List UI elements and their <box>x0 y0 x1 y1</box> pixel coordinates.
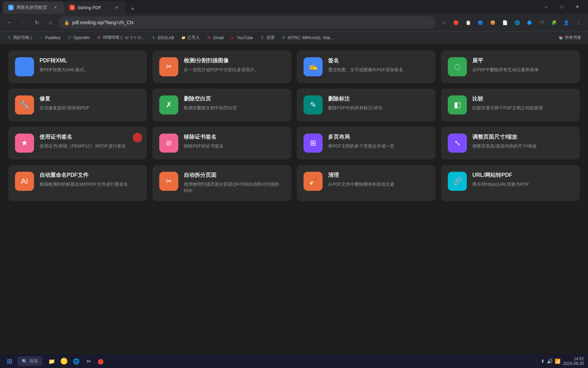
bookmark-allbooks[interactable]: 📚 所有书签 <box>556 33 584 42</box>
bookmark-openwrt[interactable]: O OpenWrt <box>64 34 93 42</box>
card4-content: 展平 从PDF中删除所有互动元素和表单 <box>472 57 573 73</box>
card15-icon: 🧹 <box>304 172 323 191</box>
extension-1[interactable]: 🔴 <box>451 17 461 28</box>
card6-content: 删除空白页 检测并删除文档中的空白页 <box>184 95 284 111</box>
extension-6[interactable]: 🌐 <box>512 17 523 28</box>
extension-2[interactable]: 📋 <box>463 17 474 28</box>
card11-icon: ⊞ <box>304 134 323 153</box>
card-card10[interactable]: ⊘ 移除证书签名 移除PDF的证书签名 <box>152 127 291 159</box>
card9-desc: 使用证书/密钥（PEM/P12）对PDF进行签名 <box>39 143 140 150</box>
minimize-button[interactable]: ─ <box>538 0 554 14</box>
card13-icon: AI <box>15 172 34 191</box>
bookmark-settings-label: 设置 <box>266 35 275 41</box>
bookmark-pubmed[interactable]: P PubMed <box>36 34 63 42</box>
bookmark-nitrc-icon: N <box>281 35 286 40</box>
card-card2[interactable]: ✂ 检测/分割扫描图像 从一张照片或PDF中分割出多张照片。 <box>152 50 291 83</box>
tab-1[interactable]: S 周医生的导航页 ✕ <box>3 1 64 14</box>
card-card8[interactable]: ◧ 比较 比较并显示两个PDF文档之间的差异 <box>441 89 580 121</box>
bookmark-youtube[interactable]: ▶ YouTube <box>228 34 256 42</box>
bookmark-pubmed-icon: P <box>38 35 43 40</box>
taskbar-app3[interactable]: ✂ <box>83 356 94 367</box>
card-card9[interactable]: ★ 使用证书签名 使用证书/密钥（PEM/P12）对PDF进行签名 <box>8 127 147 159</box>
reload-button[interactable]: ↻ <box>31 17 42 28</box>
taskbar-app4[interactable]: ⬤ <box>95 356 106 367</box>
card12-icon: ⤡ <box>448 134 467 153</box>
card-card4[interactable]: ◌ 展平 从PDF中删除所有互动元素和表单 <box>441 50 580 83</box>
bookmark-gmail-icon: M <box>207 35 211 40</box>
maximize-button[interactable]: □ <box>554 0 570 14</box>
card4-title: 展平 <box>472 57 573 64</box>
bookmark-allbooks-icon: 📚 <box>558 35 563 40</box>
card10-title: 移除证书签名 <box>184 134 284 141</box>
extension-9[interactable]: 🧩 <box>549 17 559 28</box>
extension-5[interactable]: 📄 <box>500 17 510 28</box>
card5-desc: 尝试修复损坏/损坏的PDF <box>39 105 140 111</box>
card-card11[interactable]: ⊞ 多页布局 将PDF文档的多个页面合并成一页 <box>297 127 436 159</box>
close-button[interactable]: ✕ <box>570 0 585 14</box>
bookmark-nitrc[interactable]: N NITRC: MRIcroGL: Mai... <box>279 34 336 42</box>
card2-content: 检测/分割扫描图像 从一张照片或PDF中分割出多张照片。 <box>184 57 284 73</box>
card-card12[interactable]: ⤡ 调整页面尺寸/缩放 调整页面及/或其内容的尺寸/缩放 <box>441 127 580 159</box>
extension-4[interactable]: 🍪 <box>487 17 498 28</box>
bookmark-eeglab[interactable]: E EEGLAB <box>149 34 177 42</box>
taskbar-files[interactable]: 📁 <box>46 356 57 367</box>
taskbar-apps: 📁 🟡 🌐 ✂ ⬤ <box>46 356 106 367</box>
tab1-title: 周医生的导航页 <box>16 4 50 11</box>
card-card15[interactable]: 🧹 清理 从PDF文件中删除脚本和其他元素 <box>297 165 436 201</box>
taskbar: ⊞ 🔍 搜索 📁 🟡 🌐 ✂ ⬤ ⬆ 🔊 📶 14:52 2024-08-20 <box>0 354 588 368</box>
card13-title: 自动重命名PDF文件 <box>39 172 140 179</box>
card11-title: 多页布局 <box>328 134 429 141</box>
window-controls: ─ □ ✕ <box>538 0 585 14</box>
card-card5[interactable]: 🔧 修复 尝试修复损坏/损坏的PDF <box>8 89 147 121</box>
card6-title: 删除空白页 <box>184 95 284 103</box>
card-card13[interactable]: AI 自动重命名PDF文件 根据检测到的标题自动对PDF文件进行重命名 <box>8 165 147 201</box>
card6-icon: ✗ <box>159 95 178 114</box>
taskbar-right: ⬆ 🔊 📶 14:52 2024-08-20 <box>541 356 584 366</box>
taskbar-chrome[interactable]: 🌐 <box>71 356 82 367</box>
star-button[interactable]: ☆ <box>438 17 449 28</box>
bookmark-bilibili[interactable]: B 哔哩哔哩 (´･ω･)つ ロ... <box>94 33 147 42</box>
tab2-close[interactable]: ✕ <box>114 4 120 11</box>
card-card1[interactable]: PDF转XML 将PDF转换为XML格式。 <box>8 50 147 83</box>
bookmark-mysite-icon: S <box>7 35 12 40</box>
card4-icon: ◌ <box>448 57 467 76</box>
main-content: PDF转XML 将PDF转换为XML格式。 ✂ 检测/分割扫描图像 从一张照片或… <box>0 44 588 354</box>
card-card14[interactable]: ✂ 自动拆分页面 使用物理扫描页面分割器QR代码自动拆分扫描的PDF <box>152 165 291 201</box>
card14-content: 自动拆分页面 使用物理扫描页面分割器QR代码自动拆分扫描的PDF <box>184 172 284 194</box>
forward-button[interactable]: → <box>18 17 29 28</box>
tab1-close[interactable]: ✕ <box>52 4 59 11</box>
card2-desc: 从一张照片或PDF中分割出多张照片。 <box>184 66 284 73</box>
extension-8[interactable]: 🛡 <box>536 17 547 28</box>
bookmark-imported[interactable]: 📁 已导入 <box>178 33 202 42</box>
new-tab-button[interactable]: + <box>128 4 137 14</box>
card14-icon: ✂ <box>159 172 178 191</box>
more-button[interactable]: ⋮ <box>573 17 584 28</box>
profile-button[interactable]: 👤 <box>561 17 572 28</box>
bookmark-settings-icon: S <box>260 35 265 40</box>
tab-2[interactable]: S Stirling PDF ✕ <box>64 1 125 14</box>
card-card16[interactable]: 🔗 URL/网站转PDF 将任何http(s)URL转换为PDF <box>441 165 580 201</box>
card-card3[interactable]: ✍ 签名 通过绘图、文字或图像向PDF添加签名 <box>297 50 436 83</box>
card-card7[interactable]: ✎ 删除标注 删除PDF中的所有标注/评论 <box>297 89 436 121</box>
start-button[interactable]: ⊞ <box>4 356 15 367</box>
bookmark-mysite[interactable]: S 我的导航 | <box>4 33 34 42</box>
card3-title: 签名 <box>328 57 429 64</box>
home-button[interactable]: ⌂ <box>45 17 56 28</box>
card-card6[interactable]: ✗ 删除空白页 检测并删除文档中的空白页 <box>152 89 291 121</box>
card2-title: 检测/分割扫描图像 <box>184 57 284 64</box>
bookmark-gmail[interactable]: M Gmail <box>204 34 226 42</box>
card12-desc: 调整页面及/或其内容的尺寸/缩放 <box>472 143 573 150</box>
extension-3[interactable]: 🔵 <box>475 17 486 28</box>
card3-content: 签名 通过绘图、文字或图像向PDF添加签名 <box>328 57 429 73</box>
extension-7[interactable]: 🔷 <box>524 17 535 28</box>
bookmark-settings[interactable]: S 设置 <box>257 33 277 42</box>
toolbar-icons: ☆ 🔴 📋 🔵 🍪 📄 🌐 🔷 🛡 🧩 👤 ⋮ <box>438 17 584 28</box>
back-button[interactable]: ← <box>4 17 15 28</box>
card8-desc: 比较并显示两个PDF文档之间的差异 <box>472 105 573 111</box>
taskbar-app1[interactable]: 🟡 <box>59 356 69 367</box>
card16-desc: 将任何http(s)URL转换为PDF <box>472 181 573 188</box>
address-bar[interactable]: 🔒 pdf.meding.vip/?lang=zh_CN <box>59 16 436 29</box>
card3-icon: ✍ <box>304 57 323 76</box>
bookmark-allbooks-label: 所有书签 <box>565 35 581 41</box>
taskbar-search[interactable]: 🔍 搜索 <box>18 356 42 366</box>
